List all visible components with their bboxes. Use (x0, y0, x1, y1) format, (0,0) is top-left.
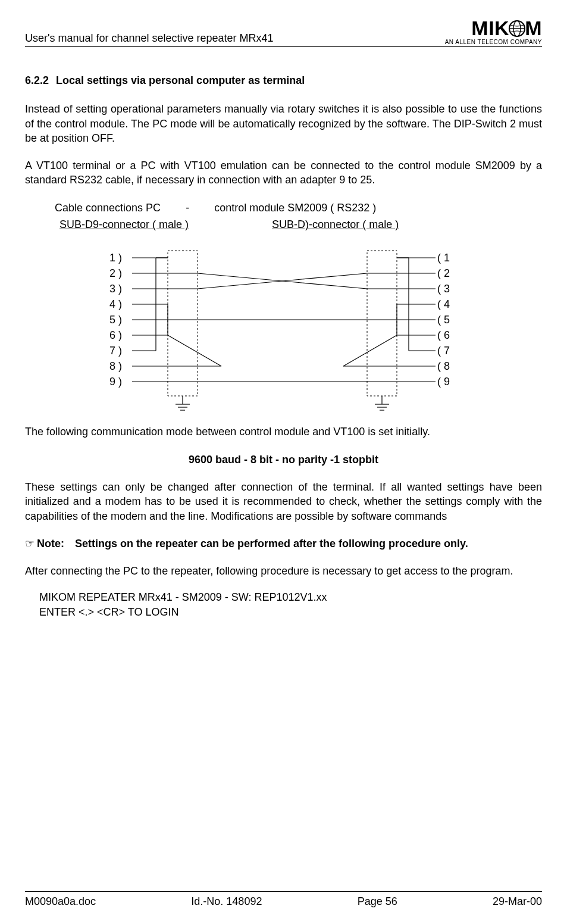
page: User's manual for channel selective repe… (0, 0, 567, 924)
section-heading: 6.2.2Local settings via personal compute… (25, 73, 542, 88)
svg-line-33 (343, 335, 397, 366)
pin-right-5: ( 5 (437, 314, 450, 326)
connector-right: SUB-D)-connector ( male ) (272, 218, 399, 230)
comm-mode-line: 9600 baud - 8 bit - no parity -1 stopbit (25, 452, 542, 467)
footer-date: 29-Mar-00 (493, 894, 542, 909)
globe-icon (508, 20, 526, 38)
access-paragraph: After connecting the PC to the repeater,… (25, 564, 542, 578)
terminal-output: MIKOM REPEATER MRx41 - SM2009 - SW: REP1… (25, 590, 542, 619)
cable-separator: - (164, 201, 211, 215)
pin-right-8: ( 8 (437, 360, 450, 372)
svg-rect-4 (367, 251, 397, 396)
pin-right-2: ( 2 (437, 267, 450, 279)
pin-left-3: 3 ) (109, 283, 122, 295)
header-title: User's manual for channel selective repe… (25, 31, 274, 45)
note-block: ☞ Note: Settings on the repeater can be … (25, 536, 542, 551)
intro-paragraph-2: A VT100 terminal or a PC with VT100 emul… (25, 158, 542, 188)
cable-left: Cable connections PC (55, 202, 161, 214)
pin-left-6: 6 ) (109, 329, 122, 341)
section-title: Local settings via personal computer as … (56, 74, 305, 86)
wiring-diagram: 1 ) 2 ) 3 ) 4 ) 5 ) 6 ) 7 ) 8 ) 9 ) ( 1 … (25, 242, 542, 415)
section-number: 6.2.2 (25, 73, 49, 88)
pin-left-5: 5 ) (109, 314, 122, 326)
logo-tagline: AN ALLEN TELECOM COMPANY (445, 39, 542, 45)
pin-left-1: 1 ) (109, 252, 122, 264)
logo-text-left: MIK (471, 18, 509, 38)
footer-id: Id.-No. 148092 (191, 894, 262, 909)
page-footer: M0090a0a.doc Id.-No. 148092 Page 56 29-M… (25, 891, 542, 909)
cable-heading-line2: SUB-D9-connector ( male ) SUB-D)-connect… (25, 217, 542, 232)
logo-wordmark: MIK M (471, 18, 542, 38)
pin-right-4: ( 4 (437, 298, 450, 310)
pin-left-4: 4 ) (109, 298, 122, 310)
pointing-hand-icon: ☞ (25, 536, 35, 551)
footer-page: Page 56 (358, 894, 397, 909)
pin-right-7: ( 7 (437, 345, 450, 357)
terminal-line-2: ENTER <.> <CR> TO LOGIN (39, 605, 542, 619)
connector-left: SUB-D9-connector ( male ) (59, 218, 189, 230)
pin-right-6: ( 6 (437, 329, 450, 341)
settings-paragraph: These settings can only be changed after… (25, 480, 542, 523)
pin-left-2: 2 ) (109, 267, 122, 279)
terminal-line-1: MIKOM REPEATER MRx41 - SM2009 - SW: REP1… (39, 590, 542, 604)
pin-right-9: ( 9 (437, 376, 450, 388)
company-logo: MIK M AN ALLEN TELECOM COMPANY (445, 18, 542, 45)
comm-intro: The following communication mode between… (25, 424, 542, 439)
cable-right: control module SM2009 ( RS232 ) (214, 202, 376, 214)
svg-line-28 (168, 335, 221, 366)
cable-heading-line1: Cable connections PC - control module SM… (25, 201, 542, 215)
pin-left-9: 9 ) (109, 376, 122, 388)
pin-left-7: 7 ) (109, 345, 122, 357)
note-label: Note: (37, 536, 64, 551)
pin-right-3: ( 3 (437, 283, 450, 295)
svg-rect-3 (168, 251, 198, 396)
pin-left-8: 8 ) (109, 360, 122, 372)
footer-filename: M0090a0a.doc (25, 894, 96, 909)
intro-paragraph-1: Instead of setting operational parameter… (25, 102, 542, 145)
logo-text-right: M (525, 18, 542, 38)
pin-right-1: ( 1 (437, 252, 450, 264)
note-text: Settings on the repeater can be performe… (75, 536, 542, 551)
page-header: User's manual for channel selective repe… (25, 18, 542, 47)
